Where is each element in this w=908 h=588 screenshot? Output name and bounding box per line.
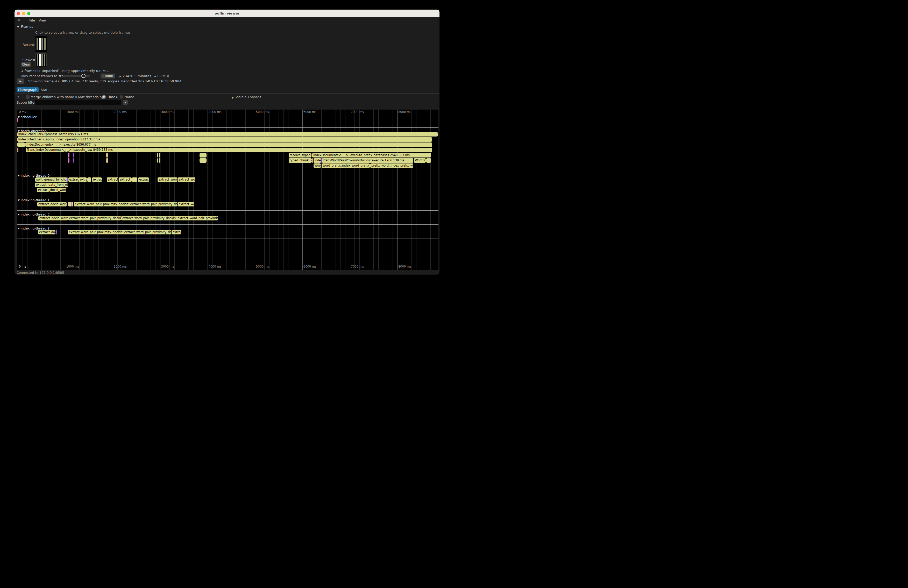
scope-bar[interactable] [312,158,313,163]
scope-bar[interactable] [200,158,206,163]
thread-header[interactable]: ▼ scheduler [18,115,37,119]
scope-bar[interactable]: extract_docid_wor [37,202,67,206]
scope-bar[interactable]: extract_word_pair_proximity_docids [68,216,121,220]
scope-bar[interactable]: extract_wo [178,177,195,182]
help-button[interactable]: ? [18,95,19,99]
thread-header[interactable]: ▼ indexing-thread:2 [18,227,50,230]
merge-children-checkbox[interactable] [26,95,29,99]
slowest-label: Slowest: [22,58,37,62]
scope-bar[interactable] [106,158,108,163]
scope-bar[interactable]: Word [314,164,321,168]
scope-bar[interactable]: extract_word [158,177,177,182]
scope-bar[interactable]: WordPr [414,158,426,163]
scope-bar[interactable] [87,177,92,182]
scope-bar[interactable]: extract_word_pair_proximity_docids::extr… [121,216,218,220]
menu-view[interactable]: View [39,18,47,22]
tab-flamegraph[interactable]: Flamegraph [16,87,39,92]
scope-bar[interactable]: typed_chunk::w [289,158,312,163]
scope-bar[interactable] [56,230,57,235]
frames-hint: Click to select a frame, or drag to sele… [35,31,132,34]
scope-bar[interactable]: Trans [26,148,35,152]
scope-bar[interactable]: extrac [172,230,181,235]
frames-collapse-triangle-icon[interactable]: ▼ [17,25,19,29]
scope-bar[interactable]: PrefixWordPairsProximityDocids::execute … [322,158,414,163]
menu-divider [24,18,24,22]
thread-header[interactable]: ▼ indexing-thread:3 [18,212,50,216]
scope-bar[interactable] [321,164,321,168]
theme-sun-icon[interactable]: ☀ [18,18,21,22]
axis-tick-label: 1000 ms [66,265,79,268]
scope-bar[interactable]: split_grenad_by_chun [35,177,67,182]
scope-bar[interactable] [200,153,206,157]
recent-frames-thumbnail[interactable] [35,36,47,52]
clear-filter-button[interactable]: x [123,100,128,104]
scope-bar[interactable]: extract::data_from_ob [35,183,68,187]
menu-file[interactable]: File [29,18,35,22]
scope-bar[interactable]: IndexDocuments<_, _>::execute_raw 8459.1… [35,148,432,152]
max-frames-value[interactable]: 18000 [101,74,115,79]
clear-button[interactable]: Clear [21,62,31,67]
scope-bar[interactable]: extra [79,177,87,182]
flamegraph-canvas[interactable]: 0 ms0 ms1000 ms1000 ms2000 ms2000 ms3000… [17,109,438,270]
max-frames-slider[interactable] [64,75,90,77]
scope-bar[interactable]: extract_ [107,177,119,182]
play-button[interactable]: ▶ [17,79,24,84]
scope-bar[interactable] [106,153,108,157]
scope-bar[interactable] [18,143,25,147]
sort-time-label[interactable]: Time [107,95,115,99]
scope-bar[interactable]: extract_ [119,177,132,182]
frame-bar [37,54,39,66]
scope-bar[interactable]: IndexScheduler>::apply_index_operation 8… [18,137,432,142]
scope-bar[interactable] [313,158,314,163]
scope-bar[interactable]: prefix_word::index_prefix_wo [370,164,413,168]
scope-bar[interactable] [159,153,160,157]
sort-time-radio[interactable] [102,95,106,99]
scope-bar[interactable] [426,158,431,163]
scope-filter-input[interactable] [35,100,121,104]
sort-name-radio[interactable] [120,95,123,99]
sort-direction-arrow-icon[interactable]: ↓ [115,95,118,99]
scope-bar[interactable] [17,117,18,122]
scope-bar[interactable] [73,158,74,163]
visible-threads-triangle-icon[interactable]: ▶ [232,95,234,99]
scope-bar[interactable] [68,202,73,206]
scope-bar[interactable]: extract_docid_word [37,188,66,192]
scope-bar[interactable]: index [314,158,321,163]
scope-bar[interactable] [68,153,69,157]
scope-bar[interactable]: IndexScheduler>::process_batch 8953.821 … [18,132,438,137]
scope-bar[interactable] [321,158,322,163]
scope-bar[interactable]: extract_word_pair_proximity_docids::extr… [74,202,177,206]
scope-bar[interactable]: IndexDocuments<_, _>::execute 8656.677 m… [26,143,432,147]
axis-tick-label: 3000 ms [161,265,174,268]
thread-header[interactable]: ▼ indexing-thread:0 [18,174,50,177]
scope-bar[interactable] [157,153,159,157]
scope-bar[interactable]: extract_word_pair_proximity_docids::extr… [68,230,171,235]
scope-bar[interactable]: extrac [92,177,102,182]
scope-bar[interactable]: extract_docid_word [39,216,68,220]
scope-bar[interactable] [71,202,72,206]
visible-threads-header[interactable]: Visible Threads [235,95,261,99]
scope-bar[interactable]: receive_typed_ [289,153,311,157]
merge-children-label[interactable]: Merge children with same ID [31,95,79,99]
scope-bar[interactable]: IndexDocuments<_, _>::execute_prefix_dat… [312,153,431,157]
tab-stats[interactable]: Stats [41,88,49,92]
max-frames-slider-knob[interactable] [81,74,85,78]
slowest-frames-thumbnail[interactable] [35,53,47,67]
scope-bar[interactable] [132,177,137,182]
scope-bar[interactable]: extract [138,177,149,182]
sort-name-label[interactable]: Name [124,95,134,99]
scope-bar[interactable] [73,153,74,157]
thread-header[interactable]: ▼ indexing-thread:1 [18,198,50,202]
scope-bar[interactable] [67,177,68,182]
axis-tick-label: 6000 ms [303,110,316,114]
scope-bar[interactable]: word_prefix::index_word_prefix_ [322,164,370,168]
scope-bar[interactable]: extract_wo [178,202,195,206]
desktop: puffin viewer ☀ File View ▼ Frames Click… [0,0,454,294]
scope-bar[interactable]: extract_doc [38,230,55,235]
scope-bar[interactable] [157,158,159,163]
scope-bar[interactable] [159,158,160,163]
scope-bar[interactable] [68,158,69,163]
frames-header[interactable]: Frames [21,25,33,29]
scope-bar[interactable]: extract [68,177,79,182]
scope-bar[interactable] [17,148,18,152]
